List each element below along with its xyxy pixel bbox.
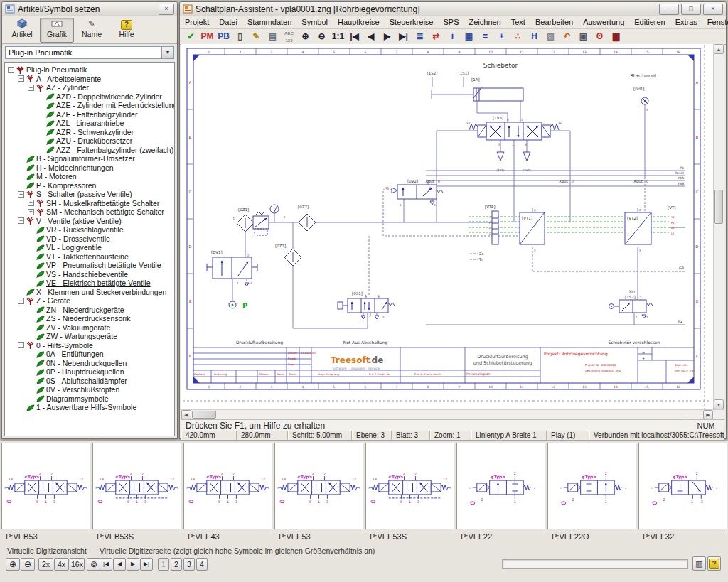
toolbar-last-sheet-icon[interactable]: ▶| bbox=[395, 29, 412, 43]
scroll-down-icon[interactable]: ▼ bbox=[714, 399, 724, 409]
artikel-button[interactable]: Artikel bbox=[5, 18, 39, 43]
tree-item-az[interactable]: −AZ - Zylinder bbox=[5, 82, 174, 92]
tree-item-azl[interactable]: AZL - Linearantriebe bbox=[5, 118, 174, 127]
tree-item-vt[interactable]: VT - Taktkettenbausteine bbox=[5, 252, 174, 261]
tree-item-0v[interactable]: 0V - Verschlußstopfen bbox=[5, 384, 174, 394]
toolbar-zoom-1-1-icon[interactable]: 1:1 bbox=[330, 29, 346, 43]
scroll-right-icon[interactable]: ▶ bbox=[703, 410, 713, 419]
tree-item-zv[interactable]: ZV - Vakuumgeräte bbox=[5, 323, 174, 332]
digitizer-page-2-button[interactable]: 2 bbox=[171, 558, 182, 571]
menu-fenster[interactable]: Fenster bbox=[702, 16, 728, 28]
digitizer-page-4-button[interactable]: 4 bbox=[196, 558, 208, 571]
minimize-icon[interactable]: — bbox=[659, 4, 679, 15]
last-page-button[interactable]: ▶| bbox=[140, 558, 153, 571]
toolbar-point-mode-icon[interactable]: ∴ bbox=[510, 29, 526, 43]
toolbar-first-sheet-icon[interactable]: |◀ bbox=[346, 29, 363, 43]
next-page-button[interactable]: ▶ bbox=[127, 558, 139, 571]
toolbar-open-edit-icon[interactable]: ✎ bbox=[248, 29, 264, 43]
grafik-button[interactable]: Grafik bbox=[40, 18, 74, 43]
toolbar-apply-icon[interactable]: ✔ bbox=[183, 29, 199, 43]
digitizer-scrollbar[interactable] bbox=[502, 559, 688, 569]
chevron-down-icon[interactable]: ▼ bbox=[161, 47, 173, 58]
toolbar-pb-module-icon[interactable]: PB bbox=[215, 29, 232, 43]
toolbar-power-icon[interactable]: ʘ bbox=[592, 29, 608, 43]
vertical-scrollbar[interactable]: ▲ ▼ bbox=[713, 44, 724, 409]
horizontal-scroll-thumb[interactable] bbox=[192, 411, 216, 419]
toolbar-info-icon[interactable]: i bbox=[444, 29, 461, 43]
zoom-select-icon[interactable]: ⊚ bbox=[87, 558, 101, 571]
symbol-thumbnail-veb53s[interactable]: 42 513 1412 <Typ> -- bbox=[92, 443, 181, 529]
toolbar-clipboard-icon[interactable]: ▧ bbox=[542, 29, 559, 43]
symbol-thumbnail-vee53[interactable]: 42 513 1412 <Typ> -- bbox=[274, 443, 363, 529]
tree-item-1[interactable]: 1 - Auswertbare Hilfs-Symbole bbox=[5, 402, 174, 411]
toolbar-window-tool-icon[interactable]: ▣ bbox=[575, 29, 592, 43]
tree-item-zn[interactable]: ZN - Niederdruckgeräte bbox=[5, 305, 174, 314]
tree-item-vs[interactable]: VS - Handschiebeventile bbox=[5, 269, 174, 279]
tree-item-vp[interactable]: VP - Pneumatisch betätigte Ventile bbox=[5, 260, 174, 269]
panel-help-icon[interactable]: ? bbox=[707, 556, 721, 571]
tree-item-zs[interactable]: ZS - Niederdrucksensorik bbox=[5, 313, 174, 323]
tree-item-x[interactable]: X - Klemmen und Steckerverbindungen bbox=[5, 287, 174, 296]
symbol-thumbnail-veb53[interactable]: 42 513 1412 <Typ> -- bbox=[1, 443, 90, 529]
menu-projekt[interactable]: Projekt bbox=[180, 16, 214, 28]
maximize-icon[interactable]: □ bbox=[681, 4, 701, 15]
collapse-icon[interactable]: − bbox=[18, 75, 24, 82]
tree-item-sh[interactable]: +SH - Muskelkraftbetätigte Schalter bbox=[5, 198, 174, 208]
menu-symbol[interactable]: Symbol bbox=[296, 16, 333, 28]
close-icon[interactable]: × bbox=[703, 4, 723, 15]
toolbar-swap-symbols-icon[interactable]: ⇄ bbox=[428, 29, 444, 43]
tree-item-diagrammsymbole[interactable]: Diagrammsymbole bbox=[5, 394, 174, 403]
tree-item-0n[interactable]: 0N - Nebendruckquellen bbox=[5, 358, 174, 367]
menu-stammdaten[interactable]: Stammdaten bbox=[242, 16, 296, 28]
collapse-icon[interactable]: − bbox=[18, 342, 24, 348]
toolbar-undo-icon[interactable]: ↶ bbox=[559, 29, 575, 43]
library-dropdown[interactable]: Plug-in Pneumatik ▼ bbox=[5, 46, 174, 59]
toolbar-next-sheet-icon[interactable]: ▶ bbox=[379, 29, 395, 43]
tree-item-azu[interactable]: AZU - Druckübersetzer bbox=[5, 136, 174, 145]
zoom-factor-4x-button[interactable]: 4x bbox=[54, 558, 69, 571]
tree-item-h[interactable]: H - Meldeeinrichtungen bbox=[5, 163, 174, 172]
tree-item-0s[interactable]: 0S - Abluftschalldämpfer bbox=[5, 376, 174, 385]
menu-auswertung[interactable]: Auswertung bbox=[578, 16, 629, 28]
zoom-in-icon[interactable]: ⊕ bbox=[6, 558, 20, 571]
menu-bearbeiten[interactable]: Bearbeiten bbox=[530, 16, 578, 28]
name-button[interactable]: ✎ Name bbox=[75, 18, 109, 43]
tree-item-v[interactable]: −V - Ventile (aktive Ventile) bbox=[5, 216, 174, 225]
tree-item-b[interactable]: B - Signalumformer-Umsetzer bbox=[5, 153, 174, 163]
schaltplan-titlebar[interactable]: Schaltplan-Assistent - vpla0001.zng [Roh… bbox=[180, 2, 726, 16]
menu-text[interactable]: Text bbox=[506, 16, 530, 28]
expand-icon[interactable]: + bbox=[28, 209, 34, 215]
toolbar-new-document-icon[interactable]: ▯ bbox=[232, 29, 248, 43]
symbol-thumbnail-vef22[interactable]: 12 21 <Typ> -- bbox=[456, 443, 545, 529]
scroll-up-icon[interactable]: ▲ bbox=[714, 44, 724, 54]
symbol-thumbnail-vee53s[interactable]: 42 513 1412 <Typ> -- bbox=[365, 443, 454, 529]
tree-item-plug-in[interactable]: −Plug-in Pneumatik bbox=[5, 65, 174, 74]
toolbar-abc-123-icon[interactable]: ABC123 bbox=[281, 29, 297, 43]
tree-item-ve[interactable]: VE - Elektrisch betätigte Ventile bbox=[5, 278, 174, 287]
menu-sps[interactable]: SPS bbox=[438, 16, 464, 28]
tree-item-azf[interactable]: AZF - Faltenbalgzylinder bbox=[5, 109, 174, 119]
export-view-icon[interactable]: ▥ bbox=[692, 556, 706, 571]
toolbar-layers-icon[interactable]: ≣ bbox=[412, 29, 428, 43]
collapse-icon[interactable]: − bbox=[18, 191, 24, 198]
toolbar-zoom-in-icon[interactable]: ⊕ bbox=[297, 29, 314, 43]
menu-extras[interactable]: Extras bbox=[670, 16, 702, 28]
tree-item-0[interactable]: −0 - Hilfs-Symbole bbox=[5, 340, 174, 350]
collapse-icon[interactable]: − bbox=[18, 298, 24, 304]
collapse-icon[interactable]: − bbox=[18, 217, 24, 224]
tree-item-0a[interactable]: 0A - Entlüftungen bbox=[5, 349, 174, 358]
collapse-icon[interactable]: − bbox=[28, 85, 34, 91]
toolbar-prev-sheet-icon[interactable]: ◀ bbox=[363, 29, 379, 43]
expand-icon[interactable]: + bbox=[28, 200, 34, 206]
menu-steuerkreise[interactable]: Steuerkreise bbox=[385, 16, 439, 28]
first-page-button[interactable]: |◀ bbox=[100, 558, 112, 571]
tree-item-vd[interactable]: VD - Drosselventile bbox=[5, 234, 174, 243]
digitizer-page-1-button[interactable]: 1 bbox=[158, 558, 169, 571]
zoom-factor-16x-button[interactable]: 16x bbox=[70, 558, 85, 571]
toolbar-line-type-icon[interactable]: = bbox=[477, 29, 493, 43]
symbol-tree[interactable]: −Plug-in Pneumatik−A - Arbeitselemente−A… bbox=[4, 62, 175, 436]
zoom-out-icon[interactable]: ⊖ bbox=[21, 558, 35, 571]
tree-item-vr[interactable]: VR - Rückschlagventile bbox=[5, 225, 174, 234]
toolbar-help-book-icon[interactable]: ▆ bbox=[608, 29, 624, 43]
symbol-picker-titlebar[interactable]: Artikel/Symbol setzen × bbox=[2, 2, 177, 16]
